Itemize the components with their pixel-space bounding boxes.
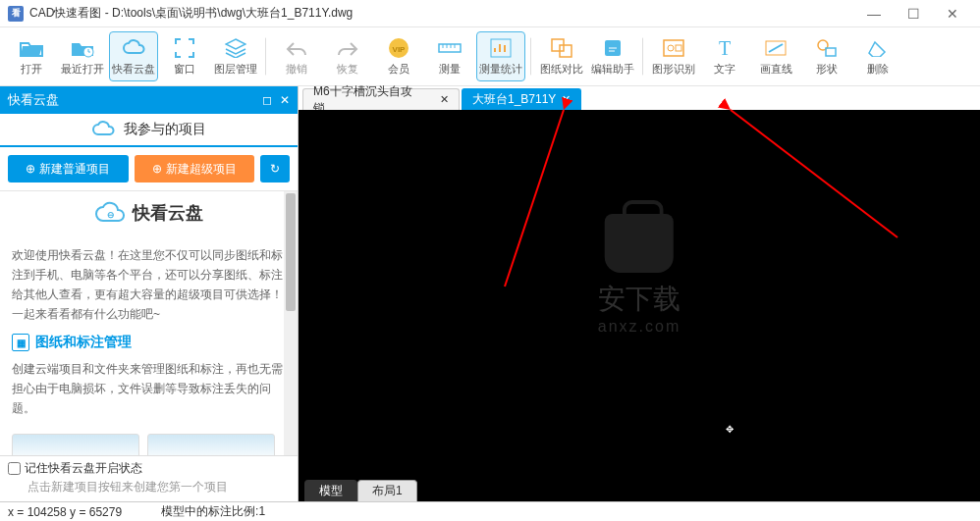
file-tabs: M6十字槽沉头自攻锁…✕ 大班台1_B711Y✕ <box>299 86 980 110</box>
lock-icon <box>605 214 674 273</box>
new-normal-project-button[interactable]: ⊕新建普通项目 <box>8 155 129 182</box>
svg-text:VIP: VIP <box>393 45 407 54</box>
pin-icon[interactable]: ◻ <box>262 93 272 107</box>
measure-stat-button[interactable]: 测量统计 <box>476 31 525 81</box>
document-icon: ▦ <box>12 334 29 351</box>
svg-point-9 <box>668 45 674 51</box>
cloud-icon <box>92 121 116 138</box>
shapes-icon <box>815 36 839 60</box>
undo-icon <box>285 36 308 60</box>
model-tab[interactable]: 模型 <box>304 480 357 501</box>
file-tab-active[interactable]: 大班台1_B711Y✕ <box>462 88 581 110</box>
drawing-canvas[interactable]: 安下载 anxz.com ✥ 模型 布局1 <box>299 110 980 501</box>
svg-rect-10 <box>676 45 681 51</box>
minimize-button[interactable]: — <box>854 0 894 27</box>
tab-close-icon[interactable]: ✕ <box>440 93 449 106</box>
edit-icon <box>601 36 625 60</box>
chart-icon <box>489 36 513 60</box>
sidebar-content: ⊖ 快看云盘 欢迎使用快看云盘！在这里您不仅可以同步图纸和标注到手机、电脑等各个… <box>0 190 298 455</box>
clock-folder-icon <box>71 36 94 60</box>
svg-line-17 <box>731 110 898 237</box>
watermark: 安下载 anxz.com <box>598 214 681 336</box>
ruler-icon <box>438 36 462 60</box>
hint-text: 点击新建项目按钮来创建您第一个项目 <box>8 477 290 497</box>
redo-icon <box>336 36 359 60</box>
text-button[interactable]: T 文字 <box>700 31 749 81</box>
thumbnail-preview <box>147 434 275 455</box>
compare-button[interactable]: 图纸对比 <box>537 31 586 81</box>
cursor-icon: ✥ <box>726 424 734 435</box>
window-button[interactable]: 窗口 <box>160 31 209 81</box>
edit-helper-button[interactable]: 编辑助手 <box>588 31 637 81</box>
refresh-icon: ↻ <box>270 162 280 176</box>
app-icon: 看 <box>8 6 24 22</box>
layout-tab[interactable]: 布局1 <box>357 480 417 501</box>
fullscreen-icon <box>173 36 196 60</box>
maximize-button[interactable]: ☐ <box>894 0 933 27</box>
layers-icon <box>224 36 247 60</box>
star-icon: ⊕ <box>152 162 162 176</box>
vip-button[interactable]: VIP 会员 <box>374 31 423 81</box>
undo-button[interactable]: 撤销 <box>272 31 321 81</box>
recent-button[interactable]: 最近打开 <box>58 31 107 81</box>
redo-button[interactable]: 恢复 <box>323 31 372 81</box>
svg-text:T: T <box>719 38 731 58</box>
measure-button[interactable]: 测量 <box>425 31 474 81</box>
shape-recog-button[interactable]: 图形识别 <box>649 31 698 81</box>
shape-button[interactable]: 形状 <box>802 31 851 81</box>
svg-rect-3 <box>439 44 461 52</box>
sidebar-tab-projects[interactable]: 我参与的项目 <box>0 114 298 147</box>
titlebar: 看 CAD快速看图 - D:\tools\桌面\说明书\dwg\大班台1_B71… <box>0 0 980 27</box>
vip-icon: VIP <box>387 36 410 60</box>
section-drawing-mgmt: ▦ 图纸和标注管理 <box>12 334 286 351</box>
scrollbar[interactable] <box>284 191 298 455</box>
canvas-area: M6十字槽沉头自攻锁…✕ 大班台1_B711Y✕ 安下载 anxz.com ✥ … <box>299 86 980 501</box>
thumbnail-preview <box>12 434 139 455</box>
new-super-project-button[interactable]: ⊕新建超级项目 <box>135 155 255 182</box>
delete-button[interactable]: 删除 <box>853 31 902 81</box>
tab-close-icon[interactable]: ✕ <box>562 93 571 106</box>
compare-icon <box>550 36 573 60</box>
checkbox-input[interactable] <box>8 462 21 475</box>
plus-icon: ⊕ <box>26 162 35 176</box>
svg-text:⊖: ⊖ <box>107 210 115 220</box>
refresh-button[interactable]: ↻ <box>260 155 290 182</box>
file-tab[interactable]: M6十字槽沉头自攻锁…✕ <box>302 88 460 110</box>
toolbar: 打开 最近打开 快看云盘 窗口 图层管理 撤销 恢复 VIP 会员 测量 测量统… <box>0 27 980 86</box>
sidebar-close-icon[interactable]: ✕ <box>280 93 290 107</box>
line-button[interactable]: 画直线 <box>751 31 800 81</box>
cloud-icon <box>122 36 145 60</box>
folder-open-icon <box>20 36 43 60</box>
cloud-logo-icon: ⊖ <box>95 201 127 225</box>
statusbar: x = 104258 y = 65279 模型中的标注比例:1 <box>0 501 980 521</box>
promo-title: ⊖ 快看云盘 <box>95 201 203 225</box>
svg-line-16 <box>505 110 564 287</box>
line-icon <box>764 36 788 60</box>
title-text: CAD快速看图 - D:\tools\桌面\说明书\dwg\大班台1_B711Y… <box>29 5 854 22</box>
sidebar-header: 快看云盘 ◻ ✕ <box>0 86 298 114</box>
recognize-icon <box>662 36 685 60</box>
layer-button[interactable]: 图层管理 <box>211 31 260 81</box>
svg-rect-14 <box>826 48 836 56</box>
remember-state-checkbox[interactable]: 记住快看云盘开启状态 <box>8 460 290 477</box>
sidebar: 快看云盘 ◻ ✕ 我参与的项目 ⊕新建普通项目 ⊕新建超级项目 ↻ ⊖ 快看云盘… <box>0 86 299 501</box>
section-description: 创建云端项目和文件夹来管理图纸和标注，再也无需担心由于电脑损坏，文件误删等导致标… <box>12 359 286 418</box>
text-icon: T <box>713 36 736 60</box>
scale-display: 模型中的标注比例:1 <box>161 503 265 520</box>
eraser-icon <box>866 36 890 60</box>
cloud-disk-button[interactable]: 快看云盘 <box>109 31 158 81</box>
open-button[interactable]: 打开 <box>7 31 56 81</box>
promo-description: 欢迎使用快看云盘！在这里您不仅可以同步图纸和标注到手机、电脑等各个平台，还可以分… <box>12 245 286 324</box>
close-button[interactable]: ✕ <box>933 0 972 27</box>
coords-display: x = 104258 y = 65279 <box>8 505 122 519</box>
